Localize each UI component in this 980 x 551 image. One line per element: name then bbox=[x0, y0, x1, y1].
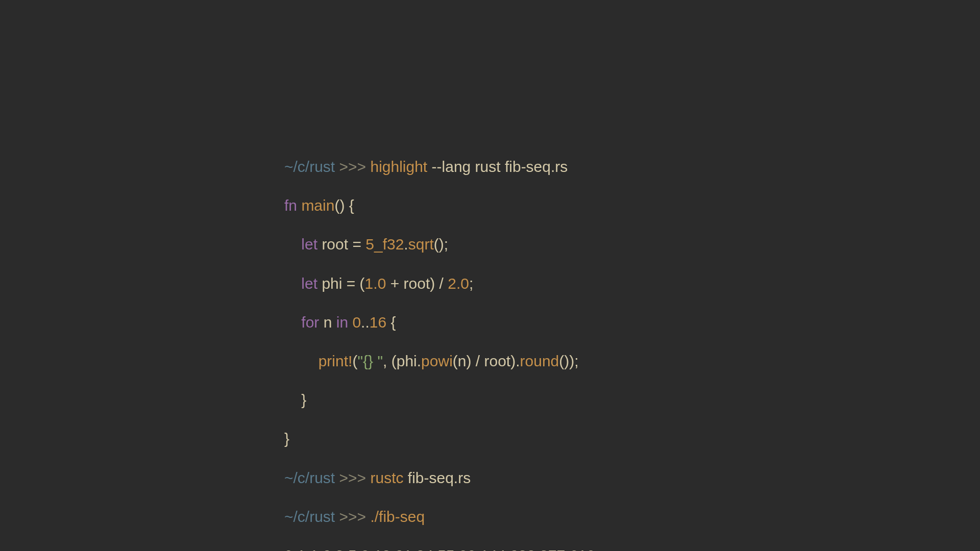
brace-close-outer: } bbox=[284, 430, 289, 447]
code-line-4: for n in 0..16 { bbox=[284, 313, 595, 332]
keyword-let: let bbox=[301, 236, 317, 253]
number-0: 0 bbox=[352, 314, 361, 331]
code-line-5: print!("{} ", (phi.powi(n) / root).round… bbox=[284, 352, 595, 371]
code-line-7: } bbox=[284, 429, 595, 448]
prompt-path: ~/c/rust bbox=[284, 508, 335, 525]
number-5f32: 5_f32 bbox=[365, 236, 404, 253]
code-line-2: let root = 5_f32.sqrt(); bbox=[284, 235, 595, 254]
cmd-highlight: highlight bbox=[370, 158, 427, 175]
cmd-rustc: rustc bbox=[370, 469, 403, 486]
prompt-arrows: >>> bbox=[339, 469, 366, 486]
code-line-1: fn main() { bbox=[284, 196, 595, 215]
prompt-arrows: >>> bbox=[339, 158, 366, 175]
fn-name: main bbox=[301, 197, 334, 214]
cmd-run: ./fib-seq bbox=[370, 508, 425, 525]
var-phi: phi bbox=[322, 275, 342, 292]
code-line-3: let phi = (1.0 + root) / 2.0; bbox=[284, 274, 595, 293]
method-powi: powi bbox=[421, 353, 453, 369]
var-n: n bbox=[319, 314, 336, 331]
number-2-0: 2.0 bbox=[448, 275, 469, 292]
terminal-output: ~/c/rust >>> highlight --lang rust fib-s… bbox=[284, 138, 595, 551]
macro-print: print! bbox=[318, 353, 353, 369]
keyword-in: in bbox=[336, 314, 348, 331]
prompt-line-1: ~/c/rust >>> highlight --lang rust fib-s… bbox=[284, 157, 595, 177]
cmd-highlight-args: --lang rust fib-seq.rs bbox=[432, 158, 568, 175]
prompt-line-2: ~/c/rust >>> rustc fib-seq.rs bbox=[284, 468, 595, 488]
keyword-fn: fn bbox=[284, 197, 297, 214]
keyword-let: let bbox=[301, 275, 317, 292]
code-line-6: } bbox=[284, 390, 595, 410]
brace-close-inner: } bbox=[301, 391, 306, 408]
prompt-path: ~/c/rust bbox=[284, 469, 335, 486]
format-string: "{} " bbox=[357, 353, 383, 369]
program-output: 0 1 1 2 3 5 8 13 21 34 55 89 144 233 377… bbox=[284, 546, 595, 551]
prompt-line-3: ~/c/rust >>> ./fib-seq bbox=[284, 507, 595, 527]
method-sqrt: sqrt bbox=[408, 236, 434, 253]
prompt-arrows: >>> bbox=[339, 508, 366, 525]
cmd-rustc-args: fib-seq.rs bbox=[408, 469, 471, 486]
method-round: round bbox=[520, 353, 559, 369]
keyword-for: for bbox=[301, 314, 319, 331]
brace-open: { bbox=[345, 197, 354, 214]
var-root: root bbox=[322, 236, 348, 253]
prompt-path: ~/c/rust bbox=[284, 158, 335, 175]
number-16: 16 bbox=[370, 314, 386, 331]
fn-parens: () bbox=[334, 197, 345, 214]
number-1-0: 1.0 bbox=[365, 275, 386, 292]
